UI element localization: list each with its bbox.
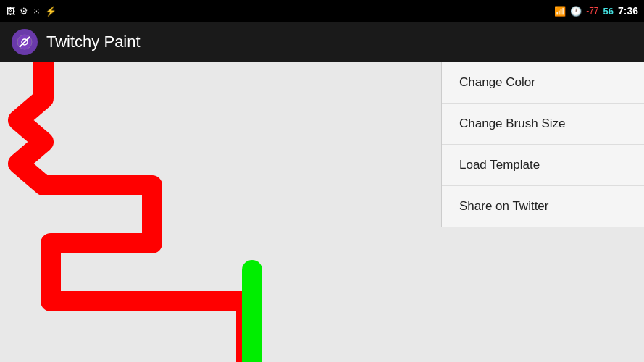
menu-item-change-color[interactable]: Change Color — [442, 62, 644, 104]
image-icon: 🖼 — [6, 6, 15, 17]
settings-icon: ⚙ — [20, 6, 28, 17]
canvas-area[interactable]: Change Color Change Brush Size Load Temp… — [0, 62, 644, 362]
app-title: Twitchy Paint — [46, 33, 141, 51]
menu-item-load-template[interactable]: Load Template — [442, 145, 644, 186]
time-display: 7:36 — [618, 5, 638, 17]
status-bar: 🖼 ⚙ ⁙ ⚡ 📶 🕐 -77 56 7:36 — [0, 0, 644, 22]
grid-icon: ⁙ — [33, 6, 41, 17]
app-bar: Twitchy Paint — [0, 22, 644, 62]
menu-item-change-brush-size[interactable]: Change Brush Size — [442, 104, 644, 145]
sim-icon: 📶 — [554, 6, 566, 17]
battery-level: 56 — [603, 6, 614, 17]
app-icon — [12, 29, 38, 55]
flash-icon: ⚡ — [45, 6, 57, 17]
context-menu: Change Color Change Brush Size Load Temp… — [441, 62, 644, 227]
menu-item-share-twitter[interactable]: Share on Twitter — [442, 186, 644, 227]
clock-icon: 🕐 — [570, 6, 582, 17]
status-bar-left: 🖼 ⚙ ⁙ ⚡ — [6, 6, 57, 17]
signal-strength: -77 — [586, 6, 598, 16]
status-bar-right: 📶 🕐 -77 56 7:36 — [554, 5, 638, 17]
